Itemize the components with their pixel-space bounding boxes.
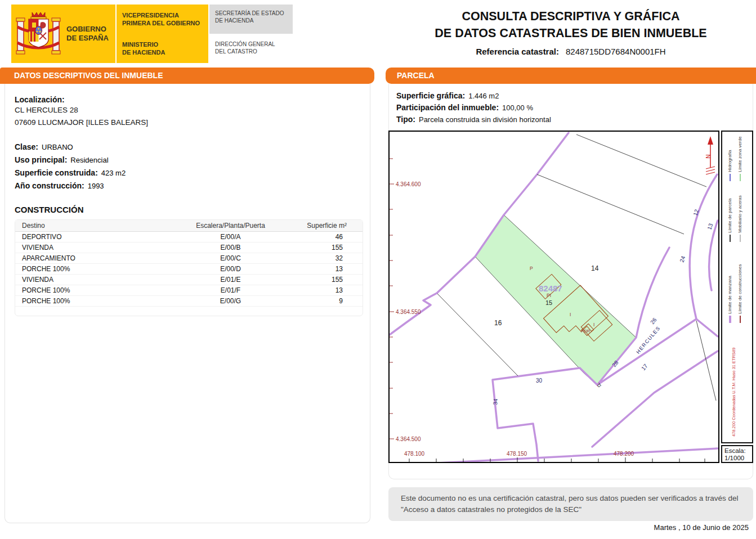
referencia-catastral: Referencia catastral:8248715DD7684N0001F… [388,47,753,56]
table-header-row: Destino Escalera/Planta/Puerta Superfici… [15,220,363,232]
document-title: CONSULTA DESCRIPTIVA Y GRÁFICA DE DATOS … [388,8,753,56]
col-header-destino: Destino [15,220,172,232]
field-tipo: Tipo:Parcela construida sin división hor… [396,114,753,125]
disclaimer-box: Este documento no es una certificación c… [388,487,753,521]
table-row: PORCHE 100%E/00/D13 [15,264,363,275]
map-legend: Hidrografía Límite zona verde Límite de … [721,131,753,443]
block-number-label: 82487 [539,284,562,293]
svg-text:POR: POR [581,329,591,334]
cadastral-map[interactable]: 4.364.600 4.364.550 4.364.500 478.100 47… [388,131,719,463]
document-date: Martes , 10 de Junio de 2025 [388,523,749,532]
legend-item: Hidrografía [726,138,733,181]
svg-text:I: I [570,312,571,317]
map-drawing: 4.364.600 4.364.550 4.364.500 478.100 47… [390,132,718,462]
svg-text:30: 30 [536,378,543,384]
legend-item: Mobiliario y aceras [736,194,744,242]
utm-coordinates-note: 478.200 Coordenadas U.T.M. Huso 31 ETRS8… [730,336,737,437]
svg-text:17: 17 [640,362,649,371]
field-superficie-grafica: Superficie gráfica:1.446 m2 [396,90,753,102]
col-header-escalera: Escalera/Planta/Puerta [172,220,290,232]
construccion-table: Destino Escalera/Planta/Puerta Superfici… [15,220,363,307]
section-header-parcela: PARCELA [386,68,756,84]
y-coordinate-label: 4.364.600 [396,181,421,187]
government-logo-block: GOBIERNO DE ESPAÑA VICEPRESIDENCIA PRIME… [11,5,293,63]
svg-text:26: 26 [649,316,658,325]
north-arrow-icon: N [705,136,715,174]
svg-text:14: 14 [591,264,599,272]
legend-marker [729,316,731,323]
scale-box: Escala: 1/1000 [721,445,753,463]
cadastral-consulta-page: { "header": { "gov_line1": "GOBIERNO", "… [0,0,756,539]
scale-label: Escala: [724,447,752,455]
secretaria-estado-text: SECRETARÍA DE ESTADO DE HACIENDA [209,5,293,34]
table-row: VIVIENDAE/00/B155 [15,242,363,253]
north-label: N [705,154,712,158]
secretaria-column: SECRETARÍA DE ESTADO DE HACIENDA DIRECCI… [209,5,293,63]
svg-text:13: 13 [706,222,714,230]
svg-text:I: I [593,322,594,327]
cadastral-map-block: 4.364.600 4.364.550 4.364.500 478.100 47… [388,131,753,463]
ministry-text-block: VICEPRESIDENCIA PRIMERA DEL GOBIERNO MIN… [117,5,208,63]
title-line-2: DE DATOS CATASTRALES DE BIEN INMUEBLE [388,25,753,42]
referencia-label: Referencia catastral: [476,47,559,56]
scale-value: 1/1000 [724,455,752,462]
y-coordinate-label: 4.364.500 [396,436,421,442]
legend-item: Límite de construcciones [736,260,744,323]
map-sidebar: Hidrografía Límite zona verde Límite de … [721,131,753,463]
address-line-2: 07609 LLUCMAJOR [ILLES BALEARS] [15,116,364,129]
legend-item: Límite de manzana [726,260,733,323]
legend-marker [740,174,741,181]
title-line-1: CONSULTA DESCRIPTIVA Y GRÁFICA [388,8,753,25]
gobierno-text: GOBIERNO DE ESPAÑA [66,25,109,43]
vicepresidencia-text: VICEPRESIDENCIA PRIMERA DEL GOBIERNO [122,11,200,27]
direccion-general-text: DIRECCIÓN GENERAL DEL CATASTRO [209,34,293,63]
left-axis-ticks [390,159,394,439]
field-clase: Clase:URBANO [15,143,364,151]
legend-marker [740,235,741,242]
field-uso-principal: Uso principal:Residencial [15,156,364,164]
localizacion-label: Localización: [15,95,364,104]
table-row: DEPORTIVOE/00/A46 [15,232,363,242]
legend-marker [740,316,741,323]
svg-text:34: 34 [492,398,499,405]
svg-text:P: P [530,266,533,271]
referencia-value: 8248715DD7684N0001FH [566,47,666,56]
legend-marker [730,235,731,242]
table-row: PORCHE 100%E/00/G9 [15,296,363,307]
legend-item: Límite zona verde [736,138,744,181]
x-coordinate-label: 478.150 [507,451,527,457]
section-header-datos-descriptivos: DATOS DESCRIPTIVOS DEL INMUEBLE [0,68,374,84]
field-ano-construccion: Año construcción:1993 [15,182,364,190]
ministerio-text: MINISTERIO DE HACIENDA [122,41,165,56]
legend-item: Límite de parcela [726,194,733,242]
construccion-table-container: Destino Escalera/Planta/Puerta Superfici… [15,219,363,316]
gobierno-espana-logo: GOBIERNO DE ESPAÑA [11,5,115,63]
field-participacion: Participación del inmueble:100,00 % [396,102,753,114]
table-row: VIVIENDAE/01/E155 [15,275,363,285]
table-row: APARCAMIENTOE/00/C32 [15,253,363,264]
subject-parcel-number: 15 [545,299,552,306]
datos-descriptivos-panel: Localización: CL HERCULES 28 07609 LLUCM… [5,84,370,523]
x-coordinate-label: 478.200 [614,451,634,457]
legend-marker [730,174,731,181]
svg-text:24: 24 [678,255,686,263]
spain-coat-of-arms-icon [16,8,61,60]
table-row: PORCHE 100%E/01/F13 [15,285,363,296]
col-header-superficie: Superficie m² [289,220,363,232]
svg-text:16: 16 [494,319,502,327]
svg-text:PI: PI [547,293,551,298]
x-coordinate-label: 478.100 [404,451,425,457]
subject-parcel-shape[interactable] [475,215,636,385]
address-line-1: CL HERCULES 28 [15,104,364,116]
construccion-title: CONSTRUCCIÓN [15,205,364,214]
y-coordinate-label: 4.364.550 [396,309,421,315]
field-superficie-construida: Superficie construida:423 m2 [15,169,364,177]
